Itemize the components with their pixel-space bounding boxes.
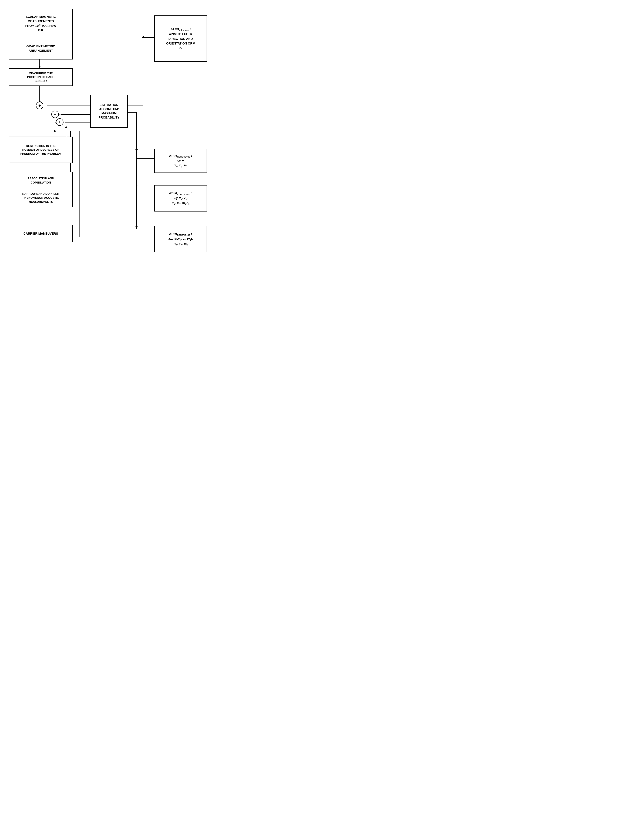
svg-marker-16 [142, 35, 144, 38]
restriction-text: RESTRICTION IN THENUMBER OF DEGREES OFFR… [20, 144, 61, 156]
azimuth-box: AT t=treference : AZIMUTH AT ±π DIRECTIO… [154, 15, 207, 62]
azimuth-text: AT t=treference : AZIMUTH AT ±π DIRECTIO… [166, 27, 195, 50]
output-box-2: AT t=tREFERENCE : x,y, Vx, Vy, mx, my, m… [154, 185, 207, 212]
svg-marker-25 [135, 227, 138, 229]
carrier-maneuvers-box: CARRIER MANEUVERS [9, 225, 73, 242]
svg-marker-28 [65, 126, 67, 128]
output-box-1: AT t=tREFERENCE : x,y, V, mx, my, mz [154, 149, 207, 173]
estimation-algorithm-text: ESTIMATIONALGORITHM:MAXIMUMPROBABILITY [99, 103, 120, 120]
output-1-text: AT t=tREFERENCE : x,y, V, mx, my, mz [169, 153, 192, 168]
measuring-position-text: MEASURING THEPOSITION OF EACHSENSOR [27, 71, 54, 83]
svg-marker-1 [38, 66, 41, 68]
circle-plus-3: + [56, 118, 63, 126]
measuring-position-box: MEASURING THEPOSITION OF EACHSENSOR [9, 68, 73, 86]
association-box: ASSOCIATION ANDCOMBINATION NARROW BAND D… [9, 172, 73, 207]
narrow-band-text: NARROW BAND DOPPLERPHENOMENON ACOUSTICME… [22, 192, 59, 204]
estimation-algorithm-box: ESTIMATIONALGORITHM:MAXIMUMPROBABILITY [90, 95, 128, 128]
svg-marker-31 [54, 130, 57, 132]
association-text: ASSOCIATION ANDCOMBINATION [28, 176, 54, 184]
scalar-magnetic-text: SCALAR MAGNETICMEASUREMENTSFROM 10-5 TO … [25, 15, 56, 32]
svg-marker-21 [135, 149, 138, 152]
gradient-metric-text: GRADIENT METRICARRANGEMENT [26, 44, 55, 53]
restriction-box: RESTRICTION IN THENUMBER OF DEGREES OFFR… [9, 136, 73, 163]
output-2-text: AT t=tREFERENCE : x,y, Vx, Vy, mx, my, m… [169, 191, 192, 206]
svg-marker-23 [135, 185, 138, 187]
scalar-magnetic-box: SCALAR MAGNETICMEASUREMENTSFROM 10-5 TO … [9, 9, 73, 60]
carrier-maneuvers-text: CARRIER MANEUVERS [23, 232, 58, 236]
circle-plus-2: + [51, 110, 59, 118]
output-box-3: AT t=tREFERENCE : x,y, (z),Vx, Vy, (Vz),… [154, 226, 207, 252]
circle-plus-1: + [36, 102, 43, 109]
diagram-container: SCALAR MAGNETICMEASUREMENTSFROM 10-5 TO … [5, 5, 212, 269]
output-3-text: AT t=tREFERENCE : x,y, (z),Vx, Vy, (Vz),… [169, 232, 193, 246]
